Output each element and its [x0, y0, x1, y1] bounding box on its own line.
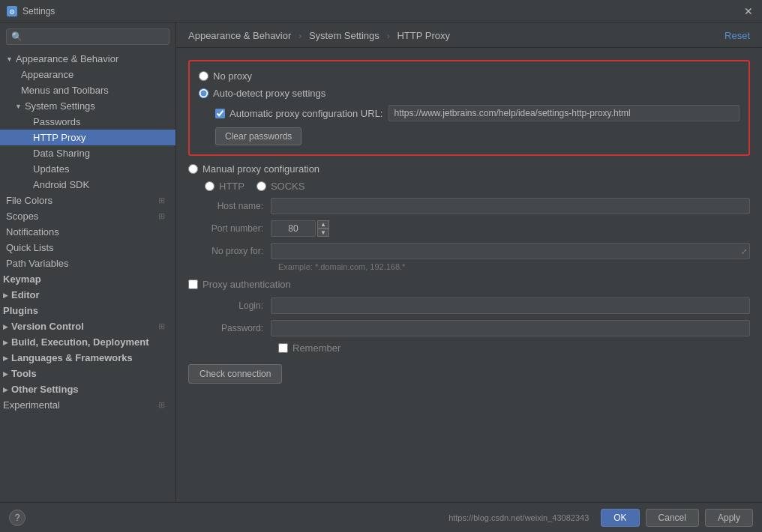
content-header: Appearance & Behavior › System Settings … [176, 22, 762, 48]
sidebar-label: Tools [11, 368, 37, 379]
port-input[interactable] [271, 220, 316, 237]
sidebar-item-http-proxy[interactable]: HTTP Proxy [0, 130, 176, 145]
expand-arrow: ▶ [3, 339, 8, 346]
sidebar-item-passwords[interactable]: Passwords [0, 114, 176, 130]
socks-label[interactable]: SOCKS [271, 181, 305, 192]
sidebar-label: Appearance & Behavior [16, 53, 118, 64]
expand-arrow: ▶ [3, 291, 8, 299]
sidebar-item-notifications[interactable]: Notifications [0, 224, 176, 240]
help-button[interactable]: ? [9, 510, 26, 526]
http-radio[interactable] [205, 181, 214, 191]
breadcrumb-sep1: › [298, 30, 304, 41]
sidebar-label: Android SDK [33, 179, 89, 190]
sidebar-item-data-sharing[interactable]: Data Sharing [0, 145, 176, 161]
proxy-auto-section: No proxy Auto-detect proxy settings Auto… [188, 60, 750, 156]
login-input[interactable] [271, 297, 750, 314]
sidebar: 🔍 ▼ Appearance & Behavior Appearance Men… [0, 22, 176, 502]
sidebar-label: Data Sharing [33, 148, 90, 159]
sidebar-item-plugins[interactable]: Plugins [0, 303, 176, 318]
clear-passwords-button[interactable]: Clear passwords [215, 127, 302, 145]
sidebar-item-languages-frameworks[interactable]: ▶ Languages & Frameworks [0, 350, 176, 366]
expand-arrow: ▶ [3, 370, 8, 378]
bottom-bar: ? https://blog.csdn.net/weixin_43082343 … [0, 502, 762, 532]
bottom-right: https://blog.csdn.net/weixin_43082343 OK… [448, 509, 753, 527]
sidebar-label: System Settings [25, 100, 95, 112]
breadcrumb-part2: System Settings [309, 30, 380, 41]
manual-proxy-label[interactable]: Manual proxy configuration [202, 163, 320, 175]
sidebar-item-scopes[interactable]: Scopes ⊞ [0, 208, 176, 224]
sidebar-item-file-colors[interactable]: File Colors ⊞ [0, 193, 176, 208]
sidebar-item-quick-lists[interactable]: Quick Lists [0, 240, 176, 256]
sidebar-label: HTTP Proxy [33, 132, 86, 143]
sidebar-item-appearance-behavior[interactable]: ▼ Appearance & Behavior [0, 51, 176, 67]
remember-row: Remember [278, 342, 750, 354]
apply-button[interactable]: Apply [705, 509, 753, 527]
expand-arrow: ▼ [6, 55, 13, 63]
sidebar-label: Notifications [6, 226, 59, 238]
manual-proxy-radio[interactable] [188, 164, 198, 174]
sidebar-label: Other Settings [11, 384, 79, 395]
content-panel: Appearance & Behavior › System Settings … [176, 22, 762, 502]
window-title: Settings [22, 6, 741, 16]
check-connection-button[interactable]: Check connection [188, 364, 282, 384]
close-button[interactable]: ✕ [741, 4, 756, 19]
port-spinner: ▲ ▼ [317, 220, 329, 237]
sidebar-item-appearance[interactable]: Appearance [0, 67, 176, 82]
proxy-auth-label[interactable]: Proxy authentication [202, 279, 291, 290]
sidebar-item-system-settings[interactable]: ▼ System Settings [0, 98, 176, 114]
cancel-button[interactable]: Cancel [646, 509, 699, 527]
search-input[interactable] [26, 31, 164, 42]
ok-button[interactable]: OK [601, 509, 639, 527]
http-label[interactable]: HTTP [219, 181, 244, 192]
proxy-url-input[interactable] [388, 105, 740, 121]
sidebar-item-keymap[interactable]: Keymap [0, 271, 176, 287]
no-proxy-for-label: No proxy for: [188, 246, 271, 256]
sidebar-item-version-control[interactable]: ▶ Version Control ⊞ [0, 318, 176, 334]
sidebar-item-other-settings[interactable]: ▶ Other Settings [0, 381, 176, 397]
auto-detect-radio[interactable] [199, 88, 208, 98]
expand-arrow: ▶ [3, 354, 8, 362]
password-row: Password: [188, 320, 750, 336]
port-up-button[interactable]: ▲ [317, 220, 329, 229]
search-box[interactable]: 🔍 [6, 28, 170, 45]
sidebar-label: Version Control [11, 321, 84, 332]
sidebar-label: Appearance [21, 69, 74, 80]
password-input[interactable] [271, 320, 750, 336]
remember-checkbox[interactable] [278, 343, 288, 353]
no-proxy-label[interactable]: No proxy [213, 70, 252, 82]
status-url: https://blog.csdn.net/weixin_43082343 [448, 513, 589, 522]
sidebar-item-android-sdk[interactable]: Android SDK [0, 177, 176, 193]
breadcrumb-sep2: › [386, 30, 392, 41]
no-proxy-for-input[interactable] [271, 243, 750, 259]
no-proxy-radio[interactable] [199, 71, 208, 81]
remember-label[interactable]: Remember [292, 342, 340, 354]
no-proxy-for-wrap: ⤢ [271, 243, 750, 259]
sidebar-item-experimental[interactable]: Experimental ⊞ [0, 397, 176, 413]
sidebar-item-editor[interactable]: ▶ Editor [0, 287, 176, 303]
sidebar-label: Path Variables [6, 258, 69, 269]
sidebar-label: Passwords [33, 116, 81, 127]
proxy-auth-row: Proxy authentication [188, 279, 750, 290]
sidebar-label: Languages & Frameworks [11, 352, 133, 363]
sidebar-item-build-execution[interactable]: ▶ Build, Execution, Deployment [0, 334, 176, 350]
port-label: Port number: [188, 223, 271, 234]
host-input[interactable] [271, 198, 750, 214]
port-down-button[interactable]: ▼ [317, 229, 329, 237]
search-icon: 🔍 [11, 31, 22, 42]
sidebar-label: Experimental [3, 399, 60, 411]
socks-radio[interactable] [256, 181, 266, 191]
sidebar-item-path-variables[interactable]: Path Variables [0, 256, 176, 271]
reset-button[interactable]: Reset [724, 30, 750, 41]
sidebar-label: Quick Lists [6, 242, 54, 253]
proxy-auth-checkbox[interactable] [188, 279, 198, 289]
sidebar-label: Updates [33, 163, 69, 175]
expand-icon[interactable]: ⤢ [741, 247, 747, 256]
auto-detect-label[interactable]: Auto-detect proxy settings [213, 88, 326, 99]
sidebar-item-updates[interactable]: Updates [0, 161, 176, 177]
no-proxy-row: No proxy [199, 70, 740, 82]
page-icon: ⊞ [158, 211, 170, 221]
sidebar-item-tools[interactable]: ▶ Tools [0, 366, 176, 381]
sidebar-item-menus-toolbars[interactable]: Menus and Toolbars [0, 82, 176, 98]
auto-config-label[interactable]: Automatic proxy configuration URL: [230, 108, 382, 119]
auto-config-checkbox[interactable] [215, 109, 225, 118]
